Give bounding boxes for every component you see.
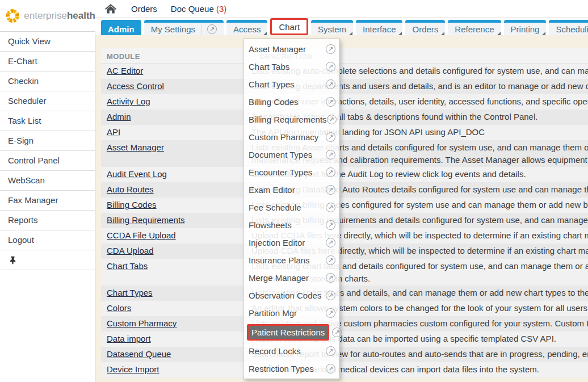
- tab-scheduling[interactable]: Scheduling: [549, 20, 588, 35]
- external-link-icon[interactable]: ↗: [207, 24, 217, 34]
- external-link-icon[interactable]: ↗: [326, 97, 335, 107]
- external-link-icon[interactable]: ↗: [327, 115, 337, 124]
- sidebar-pin-button[interactable]: [0, 250, 95, 270]
- module-link-colors[interactable]: Colors: [107, 301, 131, 316]
- external-link-icon[interactable]: ↗: [326, 167, 335, 177]
- menu-item-label: Encounter Types: [249, 167, 326, 177]
- topbar-link-orders[interactable]: Orders: [131, 4, 157, 14]
- sidebar-item-webscan[interactable]: WebScan: [0, 171, 95, 191]
- tab-dropdown-indicator-icon: [497, 32, 501, 35]
- table-row: Custom PharmacyLists existing and active…: [101, 316, 588, 331]
- module-link-ac-editor[interactable]: AC Editor: [107, 64, 143, 78]
- menu-item-insurance-plans[interactable]: Insurance Plans↗: [243, 251, 339, 269]
- module-link-api[interactable]: API: [107, 125, 120, 140]
- tab-access[interactable]: Access: [226, 20, 267, 35]
- module-link-ccda-file-upload[interactable]: CCDA File Upload: [107, 228, 176, 243]
- menu-item-partition-mgr[interactable]: Partition Mgr↗: [243, 304, 339, 322]
- menu-item-label: Record Locks: [249, 346, 326, 356]
- sidebar-item-checkin[interactable]: Checkin: [0, 72, 95, 91]
- external-link-icon[interactable]: ↗: [326, 203, 335, 212]
- menu-item-patient-restrictions[interactable]: Patient Restrictions↗: [243, 322, 339, 342]
- menu-item-chart-types[interactable]: Chart Types↗: [243, 75, 339, 93]
- external-link-icon[interactable]: ↗: [326, 346, 335, 356]
- external-link-icon[interactable]: ↗: [326, 150, 335, 159]
- menu-item-encounter-types[interactable]: Encounter Types↗: [243, 163, 339, 181]
- table-row: Chart TypesLists existing chart types an…: [101, 286, 588, 301]
- sidebar-item-fax-manager[interactable]: Fax Manager: [0, 191, 95, 211]
- sidebar-item-e-chart[interactable]: E-Chart: [0, 52, 95, 72]
- sidebar-item-reports[interactable]: Reports: [0, 211, 95, 230]
- menu-item-merge-manager[interactable]: Merge Manager↗: [243, 269, 339, 287]
- menu-item-custom-pharmacy[interactable]: Custom Pharmacy↗: [243, 128, 339, 146]
- module-link-activity-log[interactable]: Activity Log: [107, 94, 150, 109]
- external-link-icon[interactable]: ↗: [326, 255, 335, 265]
- module-link-device-import[interactable]: Device Import: [107, 362, 159, 377]
- menu-item-billing-requirements[interactable]: Billing Requirements↗: [243, 111, 339, 128]
- sidebar-item-scheduler[interactable]: Scheduler: [0, 91, 95, 111]
- module-link-billing-codes[interactable]: Billing Codes: [107, 198, 157, 212]
- menu-item-label: Asset Manager: [249, 44, 326, 54]
- top-navigation-bar: Orders Doc Queue (3): [95, 0, 588, 18]
- menu-item-fee-schedule[interactable]: Fee Schedule↗: [243, 199, 339, 216]
- sidebar-item-quick-view[interactable]: Quick View: [0, 32, 95, 52]
- menu-item-chart-tabs[interactable]: Chart Tabs↗: [243, 58, 339, 75]
- menu-item-label: Custom Pharmacy: [249, 132, 326, 142]
- menu-item-flowsheets[interactable]: Flowsheets↗: [243, 216, 339, 234]
- table-row: ColorsAn editor that allows system color…: [101, 301, 588, 316]
- external-link-icon[interactable]: ↗: [326, 132, 335, 142]
- module-link-auto-routes[interactable]: Auto Routes: [107, 182, 154, 197]
- external-link-icon[interactable]: ↗: [326, 273, 335, 283]
- topbar-link-doc-queue[interactable]: Doc Queue (3): [171, 4, 226, 14]
- tab-dropdown-indicator-icon: [542, 32, 545, 35]
- table-row: Datasend QueueSearchable report to view …: [101, 347, 588, 362]
- external-link-icon[interactable]: ↗: [326, 308, 335, 318]
- tab-reference[interactable]: Reference: [448, 20, 501, 35]
- module-link-audit-event-log[interactable]: Audit Event Log: [107, 167, 167, 182]
- sidebar-item-control-panel[interactable]: Control Panel: [0, 151, 95, 171]
- module-link-asset-manager[interactable]: Asset Manager: [107, 140, 164, 155]
- menu-item-record-locks[interactable]: Record Locks↗: [243, 342, 339, 360]
- module-link-admin[interactable]: Admin: [107, 110, 131, 124]
- tab-system[interactable]: System: [311, 20, 353, 35]
- tab-chart[interactable]: Chart: [272, 20, 306, 33]
- sidebar-item-e-sign[interactable]: E-Sign: [0, 131, 95, 151]
- menu-item-observation-codes[interactable]: Observation Codes↗: [243, 287, 339, 304]
- tab-my-settings[interactable]: My Settings↗: [144, 20, 224, 35]
- external-link-icon[interactable]: ↗: [326, 185, 335, 195]
- module-link-access-control[interactable]: Access Control: [107, 79, 164, 94]
- sidebar-item-logout[interactable]: Logout: [0, 230, 95, 250]
- table-row: Data importA tool in which various data …: [101, 331, 588, 347]
- menu-item-label: Injection Editor: [249, 238, 326, 247]
- external-link-icon[interactable]: ↗: [326, 44, 335, 54]
- menu-item-injection-editor[interactable]: Injection Editor↗: [243, 234, 339, 251]
- external-link-icon[interactable]: ↗: [326, 291, 335, 300]
- menu-item-document-types[interactable]: Document Types↗: [243, 146, 339, 163]
- tab-orders[interactable]: Orders: [405, 20, 445, 35]
- tab-admin[interactable]: Admin: [101, 20, 141, 35]
- tab-dropdown-indicator-icon: [441, 32, 444, 35]
- external-link-icon[interactable]: ↗: [326, 62, 335, 72]
- menu-item-asset-manager[interactable]: Asset Manager↗: [243, 40, 339, 58]
- module-link-datasend-queue[interactable]: Datasend Queue: [107, 347, 171, 362]
- module-link-billing-requirements[interactable]: Billing Requirements: [107, 213, 185, 228]
- tab-interface[interactable]: Interface: [356, 20, 402, 35]
- module-link-data-import[interactable]: Data import: [107, 331, 151, 346]
- annotation-box-patient-restrictions: Patient Restrictions: [247, 324, 329, 341]
- tab-printing[interactable]: Printing: [504, 20, 547, 35]
- module-link-custom-pharmacy[interactable]: Custom Pharmacy: [107, 316, 177, 331]
- external-link-icon[interactable]: ↗: [326, 238, 335, 247]
- sidebar-item-task-list[interactable]: Task List: [0, 111, 95, 131]
- module-link-chart-tabs[interactable]: Chart Tabs: [107, 259, 148, 274]
- tab-dropdown-indicator-icon: [263, 32, 267, 35]
- home-button[interactable]: [105, 4, 116, 14]
- menu-item-restriction-types[interactable]: Restriction Types↗: [243, 360, 339, 377]
- table-row: CDA UploadUpload CDA files here directly…: [101, 244, 588, 259]
- module-link-chart-types[interactable]: Chart Types: [107, 286, 153, 300]
- menu-item-billing-codes[interactable]: Billing Codes↗: [243, 93, 339, 111]
- external-link-icon[interactable]: ↗: [326, 79, 335, 89]
- module-link-cda-upload[interactable]: CDA Upload: [107, 244, 154, 258]
- external-link-icon[interactable]: ↗: [326, 220, 335, 230]
- menu-item-exam-editor[interactable]: Exam Editor↗: [243, 181, 339, 199]
- external-link-icon[interactable]: ↗: [326, 364, 335, 373]
- external-link-icon[interactable]: ↗: [332, 328, 342, 337]
